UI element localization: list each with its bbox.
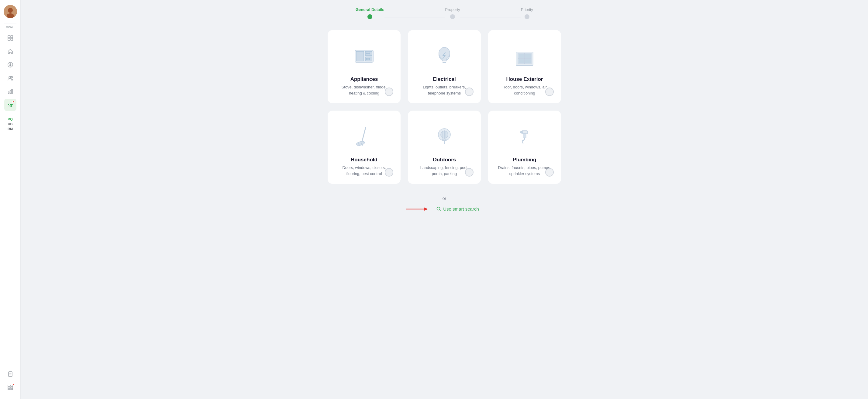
house-exterior-radio[interactable] — [545, 88, 554, 96]
svg-rect-40 — [519, 59, 524, 63]
or-label: or — [442, 196, 446, 201]
plumbing-title: Plumbing — [513, 157, 536, 163]
step-line-1 — [384, 18, 445, 18]
svg-point-30 — [368, 53, 370, 54]
sidebar-divider-mid — [4, 114, 17, 114]
svg-rect-57 — [520, 131, 523, 133]
svg-rect-11 — [10, 91, 11, 94]
plumbing-content: Plumbing Drains, faucets, pipes, pumps, … — [495, 157, 554, 177]
outdoors-radio[interactable] — [465, 168, 473, 177]
house-exterior-content: House Exterior Roof, doors, windows, air… — [495, 76, 554, 96]
dollar-icon[interactable] — [4, 59, 17, 71]
household-content: Household Doors, windows, closets, floor… — [335, 157, 393, 177]
appliances-radio[interactable] — [385, 88, 393, 96]
svg-rect-26 — [356, 51, 364, 61]
svg-rect-5 — [8, 38, 10, 40]
svg-rect-19 — [8, 385, 10, 387]
sidebar-rb[interactable]: RB — [8, 122, 13, 126]
svg-rect-4 — [11, 36, 13, 38]
appliances-card[interactable]: Appliances Stove, dishwasher, fridge, he… — [328, 30, 401, 103]
plumbing-radio[interactable] — [545, 168, 554, 177]
household-card[interactable]: Household Doors, windows, closets, floor… — [328, 111, 401, 184]
step-property-dot — [450, 14, 455, 19]
outdoors-title: Outdoors — [433, 157, 456, 163]
step-general-details-label: General Details — [355, 7, 384, 12]
svg-point-32 — [368, 58, 370, 60]
people-icon[interactable] — [4, 72, 17, 84]
plumbing-icon-area — [495, 118, 554, 154]
appliances-desc: Stove, dishwasher, fridge, heating & coo… — [335, 84, 393, 96]
home-icon[interactable] — [4, 45, 17, 57]
electrical-content: Electrical Lights, outlets, breakers, te… — [415, 76, 473, 96]
report-badge — [12, 383, 14, 386]
electrical-radio[interactable] — [465, 88, 473, 96]
household-desc: Doors, windows, closets, flooring, pest … — [335, 165, 393, 177]
household-radio[interactable] — [385, 168, 393, 177]
appliances-content: Appliances Stove, dishwasher, fridge, he… — [335, 76, 393, 96]
cards-grid: Appliances Stove, dishwasher, fridge, he… — [328, 30, 561, 184]
house-exterior-title: House Exterior — [506, 76, 543, 82]
maintenance-badge — [12, 100, 14, 103]
step-property-label: Property — [445, 7, 460, 12]
smart-search-row: Use smart search — [406, 205, 483, 213]
svg-rect-3 — [8, 36, 10, 38]
svg-point-16 — [9, 104, 10, 105]
plumbing-card[interactable]: Plumbing Drains, faucets, pipes, pumps, … — [488, 111, 561, 184]
svg-marker-59 — [424, 207, 428, 211]
step-priority-dot — [525, 14, 529, 19]
step-priority-label: Priority — [521, 7, 533, 12]
smart-search-label: Use smart search — [443, 206, 479, 212]
svg-rect-21 — [8, 387, 10, 389]
svg-rect-55 — [523, 134, 526, 138]
appliances-icon-area — [335, 37, 393, 74]
svg-rect-6 — [11, 38, 13, 40]
svg-line-42 — [362, 128, 366, 143]
svg-rect-23 — [8, 389, 10, 390]
svg-rect-12 — [11, 89, 12, 94]
grid-report-icon[interactable] — [4, 381, 17, 394]
svg-point-29 — [366, 53, 368, 54]
house-exterior-card[interactable]: House Exterior Roof, doors, windows, air… — [488, 30, 561, 103]
svg-rect-41 — [525, 59, 531, 63]
smart-search-button[interactable]: Use smart search — [433, 205, 483, 213]
electrical-desc: Lights, outlets, breakers, telephone sys… — [415, 84, 473, 96]
svg-rect-22 — [11, 387, 13, 389]
svg-line-61 — [440, 210, 441, 211]
house-exterior-desc: Roof, doors, windows, air conditioning — [495, 84, 554, 96]
svg-point-2 — [7, 13, 14, 18]
stepper: General Details Property Priority — [21, 0, 868, 24]
step-general-details: General Details — [355, 7, 384, 19]
appliances-title: Appliances — [350, 76, 378, 82]
outdoors-card[interactable]: Outdoors Landscaping, fencing, pool, por… — [408, 111, 481, 184]
arrow-right-icon — [406, 206, 430, 213]
step-priority: Priority — [521, 7, 533, 19]
svg-rect-39 — [525, 54, 531, 58]
svg-rect-10 — [8, 92, 9, 94]
main-content: General Details Property Priority — [21, 0, 868, 399]
svg-rect-15 — [8, 103, 13, 103]
menu-label: MENU — [6, 26, 14, 29]
plumbing-desc: Drains, faucets, pipes, pumps, sprinkler… — [495, 165, 554, 177]
electrical-title: Electrical — [433, 76, 456, 82]
svg-point-1 — [8, 8, 13, 13]
cards-container: Appliances Stove, dishwasher, fridge, he… — [21, 24, 868, 399]
household-title: Household — [351, 157, 377, 163]
document-icon[interactable] — [4, 368, 17, 380]
svg-point-9 — [11, 76, 12, 78]
electrical-icon-area — [415, 37, 473, 74]
household-icon-area — [335, 118, 393, 154]
house-exterior-icon-area — [495, 37, 554, 74]
dashboard-icon[interactable] — [4, 32, 17, 44]
avatar[interactable] — [4, 5, 17, 18]
svg-point-8 — [9, 76, 11, 78]
sidebar-rq[interactable]: RQ — [8, 117, 13, 121]
chart-icon[interactable] — [4, 85, 17, 97]
bottom-section: or Use smart search — [406, 193, 483, 221]
outdoors-icon-area — [415, 118, 473, 154]
electrical-card[interactable]: Electrical Lights, outlets, breakers, te… — [408, 30, 481, 103]
svg-rect-38 — [519, 54, 524, 58]
svg-rect-24 — [11, 389, 13, 390]
maintenance-icon[interactable] — [4, 99, 17, 111]
sidebar-rm[interactable]: RM — [8, 127, 13, 131]
sidebar: MENU — [0, 0, 21, 399]
